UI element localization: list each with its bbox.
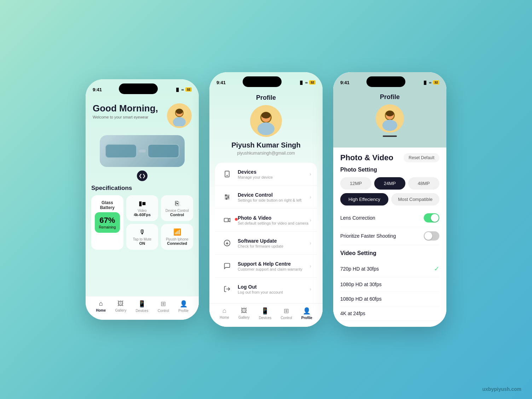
software-update-menu-icon — [221, 237, 233, 249]
chevron-logout: › — [310, 286, 311, 292]
video-icon: ▮■ — [139, 200, 146, 207]
phone-profile: 9:41 ▐▌ ∞ 32 Profile — [209, 72, 323, 327]
p3-header: 9:41 ▐▌ ∞ 32 Profile — [333, 72, 446, 148]
time-1: 9:41 — [93, 87, 102, 92]
dynamic-island-3 — [366, 76, 405, 87]
menu-item-software-update[interactable]: Software Update Check for firmware updat… — [215, 232, 317, 255]
devices-menu-icon — [221, 168, 233, 180]
mp-24-button[interactable]: 24MP — [374, 177, 405, 190]
nav-devices-label-2: Devices — [259, 316, 272, 320]
lens-correction-knob — [431, 214, 439, 222]
battery-remaining: Remaining — [99, 225, 116, 229]
logout-svg-icon — [224, 285, 231, 293]
battery-level: 67% Remaining — [95, 212, 120, 233]
time-2: 9:41 — [216, 80, 226, 85]
nav-gallery-1[interactable]: 🖼 Gallery — [115, 300, 126, 313]
menu-label-logout: Log Out — [238, 284, 310, 290]
nav-gallery-label-1: Gallery — [115, 308, 126, 312]
greeting-section: Good Morning, Welcome to your smart eyew… — [86, 98, 199, 132]
menu-sublabel-device-control: Settings for side button on right & left — [238, 198, 310, 202]
svg-point-7 — [258, 122, 274, 135]
menu-sublabel-devices: Manage your device — [238, 175, 310, 179]
nav-devices-1[interactable]: 📱 Devices — [136, 300, 149, 313]
menu-list: Devices Manage your device › Device Cont… — [215, 163, 317, 300]
efficiency-toggle-group: High Effeciency Most Compatible — [340, 193, 439, 206]
svg-point-24 — [382, 120, 397, 131]
reset-default-button[interactable]: Reset Default — [404, 153, 439, 162]
high-efficiency-button[interactable]: High Effeciency — [340, 193, 388, 206]
svg-point-9 — [261, 112, 271, 118]
menu-item-devices[interactable]: Devices Manage your device › — [215, 163, 317, 186]
chevron-device-control: › — [310, 194, 311, 200]
video-svg-icon — [224, 216, 231, 224]
menu-text-logout: Log Out Log out from your account — [238, 284, 310, 294]
right-lens — [148, 144, 179, 158]
menu-item-device-control[interactable]: Device Control Settings for side button … — [215, 186, 317, 209]
menu-text-software-update: Software Update Check for firmware updat… — [238, 238, 310, 248]
video-item-4k24[interactable]: 4K at 24fps — [340, 306, 439, 321]
video-label-720p30: 720p HD at 30fps — [340, 266, 379, 272]
battery-badge-3: 32 — [433, 80, 439, 85]
specs-title: Specifications — [91, 185, 193, 192]
mute-icon: 🎙 — [139, 229, 145, 236]
faster-shooting-toggle[interactable] — [424, 231, 439, 241]
nav-gallery-2[interactable]: 🖼 Gallery — [238, 307, 250, 320]
menu-item-logout[interactable]: Log Out Log out from your account › — [215, 278, 317, 300]
profile-email: piyushkumarsingh@gmail.com — [216, 151, 316, 156]
video-label-1080p30: 1080p HD at 30fps — [340, 282, 382, 287]
battery-badge-2: 32 — [309, 80, 316, 85]
menu-text-photo-video: Photo & Video Set default settings for v… — [238, 215, 310, 225]
phone-settings: 9:41 ▐▌ ∞ 32 Profile — [333, 72, 446, 327]
nav-control-2[interactable]: ⊞ Control — [281, 307, 292, 320]
nav-profile-1[interactable]: 👤 Profile — [178, 300, 188, 313]
video-item-1080p30[interactable]: 1080p HD at 30fps — [340, 277, 439, 292]
lens-correction-toggle[interactable] — [424, 213, 439, 222]
specs-grid: GlassBattery 67% Remaining ▮■ Video 4k-6… — [91, 195, 193, 250]
menu-item-support[interactable]: Support & Help Centre Customer support a… — [215, 255, 317, 278]
wifi-label: Piyush Iphone — [166, 237, 188, 241]
mp-12-button[interactable]: 12MP — [340, 177, 371, 190]
control-icon: ⎘ — [175, 200, 179, 207]
time-3: 9:41 — [340, 80, 349, 85]
most-compatible-button[interactable]: Most Compatible — [391, 193, 439, 206]
bottom-nav-2: ⌂ Home 🖼 Gallery 📱 Devices ⊞ Control 👤 — [209, 303, 323, 327]
spec-card-wifi: 📶 Piyush Iphone Connected — [161, 224, 193, 250]
menu-sublabel-software-update: Check for firmware update — [238, 244, 310, 248]
nav-home-label-1: Home — [96, 308, 106, 312]
spec-card-control: ⎘ Device Control Control — [161, 195, 193, 221]
avatar-home — [167, 103, 192, 128]
carousel-button[interactable]: ❮❯ — [137, 170, 148, 181]
control-label: Device Control — [166, 209, 189, 213]
p3-header-indicator — [383, 135, 397, 137]
nav-control-1[interactable]: ⊞ Control — [158, 300, 169, 313]
mp-48-button[interactable]: 48MP — [408, 177, 439, 190]
menu-sublabel-photo-video: Set default settings for video and camer… — [238, 221, 310, 225]
p3-avatar — [376, 104, 404, 133]
video-item-4k30[interactable]: 4K at 30fps — [340, 321, 439, 324]
support-menu-icon — [221, 260, 233, 272]
nav-home-2[interactable]: ⌂ Home — [220, 307, 229, 320]
control-icon-1: ⊞ — [161, 300, 166, 308]
greeting-text: Good Morning, Welcome to your smart eyew… — [93, 103, 158, 119]
menu-label-photo-video: Photo & Video — [238, 215, 310, 221]
menu-item-photo-video[interactable]: Photo & Video Set default settings for v… — [215, 209, 317, 232]
phone-home: 9:41 ▐▌ ∞ 32 Good Morning, Welcome to yo… — [86, 79, 199, 320]
avatar-image — [169, 105, 190, 126]
dynamic-island-1 — [119, 83, 158, 94]
nav-profile-2[interactable]: 👤 Profile — [301, 307, 312, 320]
nav-devices-2[interactable]: 📱 Devices — [259, 307, 272, 320]
video-value: 4k-60Fps — [134, 213, 151, 217]
status-bar-1: 9:41 ▐▌ ∞ 32 — [86, 79, 199, 98]
svg-point-11 — [227, 175, 227, 176]
video-item-1080p60[interactable]: 1080p HD at 60fps — [340, 292, 439, 306]
svg-point-15 — [225, 195, 226, 196]
video-label-4k24: 4K at 24fps — [340, 311, 365, 316]
video-item-720p30[interactable]: 720p HD at 30fps ✓ — [340, 261, 439, 277]
profile-icon-2: 👤 — [303, 307, 311, 315]
watermark: uxbypiyush.com — [482, 386, 521, 392]
faster-shooting-knob — [424, 232, 432, 240]
bottom-nav-1: ⌂ Home 🖼 Gallery 📱 Devices ⊞ Control 👤 — [86, 296, 199, 320]
nav-home-1[interactable]: ⌂ Home — [96, 300, 106, 313]
sliders-svg-icon — [224, 193, 231, 201]
status-icons-3: ▐▌ ∞ 32 — [423, 80, 439, 85]
